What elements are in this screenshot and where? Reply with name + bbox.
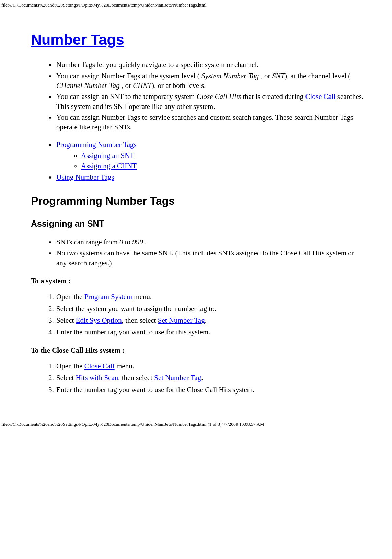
heading-programming: Programming Number Tags	[31, 194, 365, 208]
set-number-tag-link-2[interactable]: Set Number Tag	[154, 374, 201, 382]
toc-snt-link[interactable]: Assigning an SNT	[81, 151, 134, 160]
toc-using-link[interactable]: Using Number Tags	[56, 173, 114, 181]
to-system-steps: Open the Program System menu. Select the…	[31, 292, 365, 337]
text: , then select	[118, 374, 154, 382]
list-item: You can assign Number Tags to service se…	[56, 113, 365, 132]
text: menu.	[115, 362, 134, 370]
text: menu.	[132, 293, 152, 301]
list-item: Open the Program System menu.	[56, 292, 365, 301]
text-italic: 999	[132, 238, 145, 246]
text: SNTs can range from	[56, 238, 119, 246]
list-item: Using Number Tags	[56, 172, 365, 182]
list-item: Programming Number Tags Assigning an SNT…	[56, 140, 365, 171]
list-item: Assigning an SNT	[81, 151, 365, 160]
hits-with-scan-link[interactable]: Hits with Scan	[76, 374, 118, 382]
list-item: You can assign an SNT to the temporary s…	[56, 92, 365, 111]
text: ), at the channel level (	[285, 72, 350, 80]
toc-list: Programming Number Tags Assigning an SNT…	[31, 140, 365, 182]
list-item: Enter the number tag you want to use for…	[56, 385, 365, 395]
close-call-link[interactable]: Close Call	[305, 92, 335, 101]
text: .	[145, 238, 147, 246]
edit-sys-option-link[interactable]: Edit Sys Option	[76, 316, 122, 324]
intro-list: Number Tags let you quickly navigate to …	[31, 60, 365, 132]
text: that is created during	[241, 92, 305, 101]
to-cc-steps: Open the Close Call menu. Select Hits wi…	[31, 361, 365, 395]
text: .	[201, 374, 203, 382]
toc-sublist: Assigning an SNT Assigning a CHNT	[56, 151, 365, 171]
text-bold: To a system	[31, 277, 68, 285]
list-item: Number Tags let you quickly navigate to …	[56, 60, 365, 69]
text: Open the	[56, 293, 84, 301]
snt-list: SNTs can range from 0 to 999 . No two sy…	[31, 237, 365, 268]
page-title[interactable]: Number Tags	[31, 30, 365, 49]
toc-chnt-link[interactable]: Assigning a CHNT	[81, 162, 137, 170]
program-system-link[interactable]: Program System	[84, 293, 132, 301]
text-bold: To the Close Call Hits system	[31, 346, 122, 354]
list-item: Assigning a CHNT	[81, 161, 365, 171]
text: , then select	[122, 316, 158, 324]
text-italic: Close Call Hits	[197, 92, 241, 101]
list-item: No two systems can have the same SNT. (T…	[56, 248, 365, 268]
close-call-menu-link[interactable]: Close Call	[84, 362, 115, 370]
page-content: Number Tags Number Tags let you quickly …	[0, 8, 392, 395]
text-italic: 0	[119, 238, 123, 246]
set-number-tag-link[interactable]: Set Number Tag	[158, 316, 205, 324]
footer-file-path: file:///C|/Documents%20and%20Settings/PO…	[0, 401, 392, 431]
list-item: Select the system you want to assign the…	[56, 304, 365, 313]
text: to	[123, 238, 132, 246]
text-italic: CHannel Number Tag	[56, 81, 122, 90]
list-item: Select Edit Sys Option, then select Set …	[56, 316, 365, 325]
text: Open the	[56, 362, 84, 370]
text: You can assign an SNT to the temporary s…	[56, 92, 197, 101]
list-item: SNTs can range from 0 to 999 .	[56, 237, 365, 247]
text: You can assign Number Tags at the system…	[56, 72, 201, 80]
text: Select	[56, 374, 76, 382]
text-italic: SNT	[272, 72, 285, 80]
list-item: Open the Close Call menu.	[56, 361, 365, 371]
list-item: Select Hits with Scan, then select Set N…	[56, 373, 365, 383]
text: ), or at both levels.	[152, 81, 206, 90]
text: .	[205, 316, 207, 324]
text: , or	[261, 72, 272, 80]
header-file-path: file:///C|/Documents%20and%20Settings/PO…	[0, 0, 392, 8]
to-cc-label: To the Close Call Hits system :	[31, 345, 365, 355]
text: :	[122, 346, 125, 354]
list-item: Enter the number tag you want to use for…	[56, 327, 365, 337]
text: :	[68, 277, 71, 285]
heading-snt: Assigning an SNT	[31, 218, 365, 230]
text: Select	[56, 316, 76, 324]
text-italic: CHNT	[133, 81, 152, 90]
toc-programming-link[interactable]: Programming Number Tags	[56, 140, 137, 149]
text: , or	[122, 81, 133, 90]
to-system-label: To a system :	[31, 276, 365, 286]
list-item: You can assign Number Tags at the system…	[56, 71, 365, 91]
text-italic: System Number Tag	[201, 72, 261, 80]
